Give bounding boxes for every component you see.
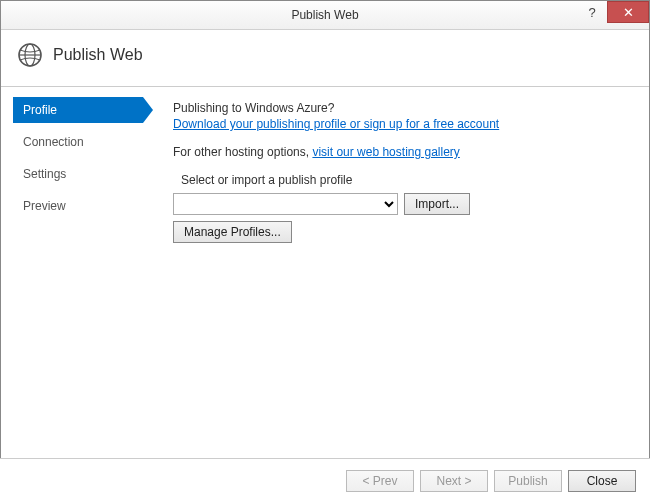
header: Publish Web xyxy=(1,30,649,87)
content-panel: Publishing to Windows Azure? Download yo… xyxy=(143,87,649,457)
publish-button: Publish xyxy=(494,470,562,492)
select-profile-label: Select or import a publish profile xyxy=(181,173,645,187)
azure-download-link[interactable]: Download your publishing profile or sign… xyxy=(173,117,499,131)
page-title: Publish Web xyxy=(53,46,143,64)
footer: < Prev Next > Publish Close xyxy=(0,458,650,503)
azure-question: Publishing to Windows Azure? xyxy=(173,101,645,115)
wizard-sidebar: Profile Connection Settings Preview xyxy=(1,87,143,457)
sidebar-item-preview[interactable]: Preview xyxy=(13,193,143,219)
globe-publish-icon xyxy=(17,42,43,68)
import-button[interactable]: Import... xyxy=(404,193,470,215)
close-button[interactable]: Close xyxy=(568,470,636,492)
prev-button: < Prev xyxy=(346,470,414,492)
sidebar-item-label: Settings xyxy=(23,167,66,181)
sidebar-item-label: Preview xyxy=(23,199,66,213)
titlebar-controls: ? ✕ xyxy=(577,1,649,29)
sidebar-item-profile[interactable]: Profile xyxy=(13,97,143,123)
manage-profiles-button[interactable]: Manage Profiles... xyxy=(173,221,292,243)
sidebar-item-label: Connection xyxy=(23,135,84,149)
main: Profile Connection Settings Preview Publ… xyxy=(1,87,649,457)
other-hosting-text: For other hosting options, xyxy=(173,145,312,159)
next-button: Next > xyxy=(420,470,488,492)
sidebar-item-connection[interactable]: Connection xyxy=(13,129,143,155)
window-title: Publish Web xyxy=(1,8,649,22)
help-icon[interactable]: ? xyxy=(577,1,607,23)
close-icon[interactable]: ✕ xyxy=(607,1,649,23)
publish-profile-select[interactable] xyxy=(173,193,398,215)
sidebar-item-label: Profile xyxy=(23,103,57,117)
hosting-gallery-link[interactable]: visit our web hosting gallery xyxy=(312,145,459,159)
sidebar-item-settings[interactable]: Settings xyxy=(13,161,143,187)
titlebar: Publish Web ? ✕ xyxy=(1,1,649,30)
